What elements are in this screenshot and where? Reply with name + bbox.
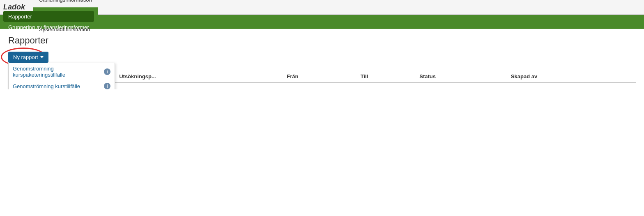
new-report-button[interactable]: Ny rapport	[8, 52, 48, 63]
table-col-status: Status	[415, 71, 507, 82]
dropdown-item[interactable]: Genomströmning kurstillfällei	[9, 80, 115, 89]
dropdown-item-label: Genomströmning kurstillfälle	[13, 83, 80, 89]
caret-down-icon	[40, 56, 44, 58]
top-nav: Ladok StudiedokumentationUtbildningsinfo…	[0, 0, 644, 15]
main-area: Ny rapport Genomströmning kurspaketering…	[8, 52, 636, 83]
info-icon[interactable]: i	[104, 83, 110, 89]
table-col-skapad_av: Skapad av	[507, 71, 636, 82]
sub-nav-item-gruppering[interactable]: Gruppering av finansieringsformer	[3, 22, 94, 32]
page-content: Rapporter Ny rapport Genomströmning kurs…	[0, 29, 644, 89]
app-logo: Ladok	[3, 3, 25, 11]
new-report-dropdown-wrapper: Ny rapport Genomströmning kurspaketering…	[8, 52, 48, 63]
sub-nav-item-rapporter[interactable]: Rapporter	[3, 11, 94, 22]
table-col-utsokningsp: Utsökningsp...	[115, 71, 283, 82]
info-icon[interactable]: i	[104, 68, 110, 75]
top-nav-item-utbildningsinformation[interactable]: Utbildningsinformation	[33, 0, 98, 7]
table-col-fran: Från	[283, 71, 356, 82]
sub-nav-bar: RapporterGruppering av finansieringsform…	[3, 11, 94, 32]
page-title: Rapporter	[8, 35, 636, 46]
new-report-dropdown-menu: Genomströmning kurspaketeringstillfällei…	[8, 63, 115, 89]
dropdown-item[interactable]: Genomströmning kurspaketeringstillfällei	[9, 63, 115, 80]
dropdown-item-label: Genomströmning kurspaketeringstillfälle	[13, 66, 104, 78]
new-report-label: Ny rapport	[13, 54, 38, 60]
table-col-till: Till	[356, 71, 416, 82]
